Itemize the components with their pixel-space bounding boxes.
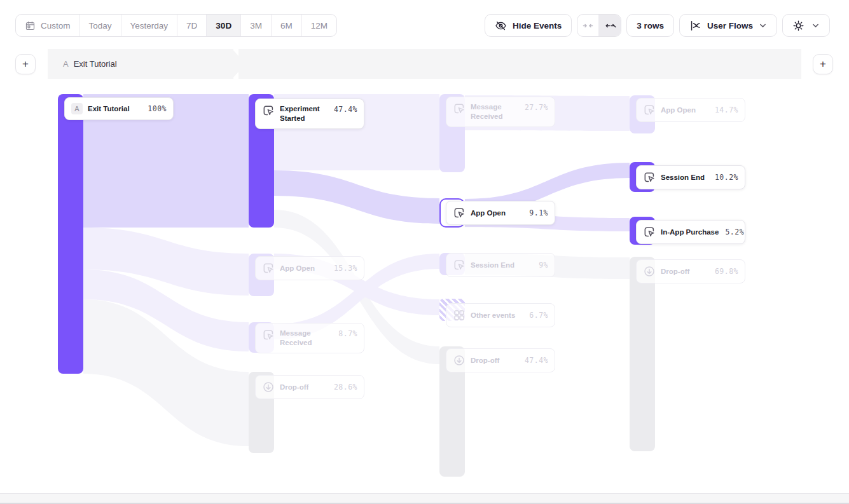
- event-label: Experiment Started: [280, 104, 328, 123]
- flow-node-card[interactable]: Drop-off47.4%: [446, 348, 555, 372]
- event-percent: 28.6%: [334, 383, 357, 392]
- flow-node-card[interactable]: Other events6.7%: [446, 303, 555, 327]
- event-label: App Open: [280, 264, 328, 273]
- event-label: Session End: [471, 261, 532, 270]
- flow-node-card[interactable]: Session End9%: [446, 253, 555, 277]
- flow-band-exit-to-dropoff2: [83, 299, 249, 446]
- event-label: Exit Tutorial: [88, 104, 141, 114]
- flow-bands: [0, 0, 849, 504]
- drop-off-icon: [643, 265, 656, 278]
- flow-node-card[interactable]: AExit Tutorial100%: [64, 97, 174, 120]
- flow-node-card[interactable]: Drop-off69.8%: [636, 259, 745, 283]
- event-label: Drop-off: [471, 356, 518, 365]
- flow-node-card[interactable]: Session End10.2%: [636, 165, 745, 189]
- sankey-canvas: AExit Tutorial100%Experiment Started47.4…: [0, 0, 849, 504]
- event-label: Drop-off: [661, 267, 708, 276]
- other-events-icon: [453, 309, 466, 322]
- event-icon: [643, 104, 656, 116]
- event-percent: 9%: [539, 261, 548, 269]
- user-flows-page: Custom Today Yesterday 7D 30D 3M 6M 12M …: [0, 0, 849, 504]
- event-label: Drop-off: [280, 383, 328, 392]
- event-percent: 8.7%: [338, 329, 357, 338]
- event-percent: 6.7%: [529, 311, 548, 320]
- flow-band-exit-to-appopen2: [83, 228, 249, 296]
- event-percent: 14.7%: [715, 106, 738, 114]
- drop-off-icon: [453, 354, 466, 367]
- flow-node-card[interactable]: Drop-off28.6%: [255, 375, 364, 399]
- flow-node-bar[interactable]: [630, 257, 655, 451]
- flow-node-card[interactable]: In-App Purchase5.2%: [636, 220, 745, 244]
- event-icon: [643, 171, 656, 184]
- event-percent: 15.3%: [334, 264, 357, 273]
- event-percent: 47.4%: [525, 356, 548, 365]
- event-icon: [453, 102, 466, 115]
- event-icon: [262, 262, 275, 275]
- event-icon: [262, 329, 275, 341]
- event-label: Other events: [471, 311, 523, 320]
- event-percent: 9.1%: [529, 208, 548, 217]
- event-percent: 69.8%: [715, 267, 738, 276]
- drop-off-icon: [262, 381, 275, 393]
- event-icon: [262, 104, 275, 117]
- event-percent: 5.2%: [725, 228, 744, 236]
- letter-a-badge: A: [71, 103, 83, 114]
- event-icon: [453, 259, 466, 271]
- event-icon: [453, 207, 466, 219]
- event-label: Session End: [661, 173, 708, 182]
- flow-node-card[interactable]: App Open15.3%: [255, 256, 364, 280]
- flow-band-exit-to-message2: [83, 269, 249, 351]
- event-percent: 27.7%: [525, 103, 548, 112]
- event-icon: [643, 226, 656, 238]
- event-label: Message Received: [280, 329, 332, 348]
- event-label: In-App Purchase: [661, 228, 719, 237]
- flow-node-card[interactable]: App Open14.7%: [636, 98, 745, 122]
- event-label: App Open: [471, 208, 523, 218]
- flow-node-card[interactable]: App Open9.1%: [446, 201, 555, 225]
- bottom-panel-edge: [0, 493, 849, 504]
- event-label: App Open: [661, 106, 708, 115]
- flow-node-card[interactable]: Message Received27.7%: [446, 97, 555, 127]
- flow-node-bar[interactable]: [58, 94, 83, 374]
- event-percent: 47.4%: [334, 105, 357, 114]
- flow-band-exp-to-appopen3: [274, 170, 439, 224]
- flow-node-card[interactable]: Experiment Started47.4%: [255, 99, 364, 129]
- event-percent: 100%: [148, 104, 167, 113]
- flow-node-card[interactable]: Message Received8.7%: [255, 323, 364, 353]
- event-percent: 10.2%: [715, 173, 738, 182]
- event-label: Message Received: [471, 102, 518, 121]
